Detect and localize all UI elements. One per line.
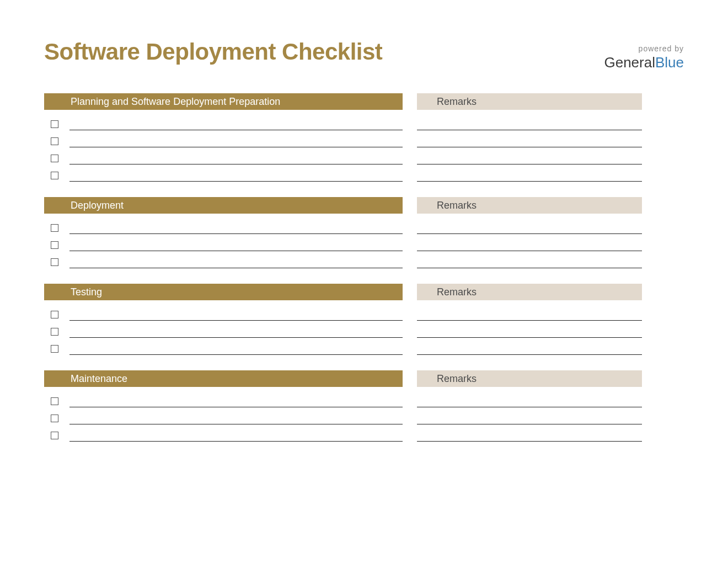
remarks-input-line[interactable]	[417, 164, 642, 182]
item-input-line[interactable]	[69, 251, 403, 251]
remarks-input-line[interactable]	[417, 304, 642, 321]
checklist-row	[44, 113, 684, 130]
checklist-cell	[44, 415, 403, 424]
checkbox[interactable]	[51, 155, 58, 162]
checklist-row	[44, 147, 684, 164]
remarks-header: Remarks	[417, 93, 642, 110]
checklist-cell	[44, 258, 403, 268]
checklist-row	[44, 338, 684, 355]
item-input-line[interactable]	[69, 268, 403, 268]
checklist-row	[44, 130, 684, 147]
section-header: Deployment	[44, 197, 403, 214]
remarks-input-line[interactable]	[417, 390, 642, 407]
checklist-row	[44, 217, 684, 234]
checkbox[interactable]	[51, 311, 58, 318]
checkbox[interactable]	[51, 258, 58, 266]
checklist-cell	[44, 224, 403, 234]
checklist-row	[44, 234, 684, 251]
item-input-line[interactable]	[69, 181, 403, 182]
remarks-input-line[interactable]	[417, 251, 642, 268]
checklist-row	[44, 321, 684, 338]
logo: GeneralBlue	[604, 54, 684, 71]
checkbox[interactable]	[51, 241, 58, 249]
checklist-cell	[44, 432, 403, 442]
checklist-cell	[44, 137, 403, 147]
checkbox[interactable]	[51, 345, 58, 353]
powered-by-label: powered by	[604, 44, 684, 53]
checklist-cell	[44, 345, 403, 355]
section-header: Testing	[44, 284, 403, 300]
item-input-line[interactable]	[69, 233, 403, 234]
remarks-header: Remarks	[417, 197, 642, 214]
section: MaintenanceRemarks	[44, 370, 684, 442]
item-input-line[interactable]	[69, 130, 403, 130]
checklist-cell	[44, 328, 403, 338]
checkbox[interactable]	[51, 397, 58, 405]
remarks-input-line[interactable]	[417, 321, 642, 338]
item-input-line[interactable]	[69, 320, 403, 321]
section-header-row: DeploymentRemarks	[44, 197, 684, 214]
checkbox[interactable]	[51, 120, 58, 128]
section-header-row: TestingRemarks	[44, 284, 684, 300]
checklist-row	[44, 424, 684, 442]
remarks-header: Remarks	[417, 284, 642, 300]
remarks-input-line[interactable]	[417, 424, 642, 442]
checkbox[interactable]	[51, 137, 58, 145]
section: TestingRemarks	[44, 284, 684, 355]
section-header: Planning and Software Deployment Prepara…	[44, 93, 403, 110]
remarks-input-line[interactable]	[417, 130, 642, 147]
checkbox[interactable]	[51, 432, 58, 439]
checklist-row	[44, 304, 684, 321]
logo-text-general: General	[604, 54, 655, 71]
checklist-cell	[44, 172, 403, 182]
item-input-line[interactable]	[69, 354, 403, 355]
checkbox[interactable]	[51, 224, 58, 232]
header: Software Deployment Checklist powered by…	[44, 39, 684, 71]
remarks-input-line[interactable]	[417, 217, 642, 234]
checkbox[interactable]	[51, 415, 58, 422]
remarks-header: Remarks	[417, 370, 642, 387]
remarks-input-line[interactable]	[417, 338, 642, 355]
checklist-row	[44, 407, 684, 424]
checkbox[interactable]	[51, 328, 58, 336]
checklist-row	[44, 251, 684, 268]
logo-text-blue: Blue	[655, 54, 684, 71]
checkbox[interactable]	[51, 172, 58, 179]
item-input-line[interactable]	[69, 424, 403, 424]
item-input-line[interactable]	[69, 164, 403, 164]
checklist-cell	[44, 311, 403, 321]
item-input-line[interactable]	[69, 337, 403, 338]
checklist-row	[44, 390, 684, 407]
item-input-line[interactable]	[69, 407, 403, 407]
page-title: Software Deployment Checklist	[44, 39, 382, 65]
logo-block: powered by GeneralBlue	[604, 39, 684, 71]
item-input-line[interactable]	[69, 441, 403, 442]
remarks-input-line[interactable]	[417, 234, 642, 251]
checklist-cell	[44, 120, 403, 130]
section-header: Maintenance	[44, 370, 403, 387]
checklist-cell	[44, 155, 403, 164]
remarks-input-line[interactable]	[417, 407, 642, 424]
section-header-row: Planning and Software Deployment Prepara…	[44, 93, 684, 110]
section: Planning and Software Deployment Prepara…	[44, 93, 684, 182]
checklist-row	[44, 164, 684, 182]
section: DeploymentRemarks	[44, 197, 684, 268]
item-input-line[interactable]	[69, 147, 403, 147]
remarks-input-line[interactable]	[417, 113, 642, 130]
section-header-row: MaintenanceRemarks	[44, 370, 684, 387]
checklist-cell	[44, 241, 403, 251]
checklist-cell	[44, 397, 403, 407]
remarks-input-line[interactable]	[417, 147, 642, 164]
